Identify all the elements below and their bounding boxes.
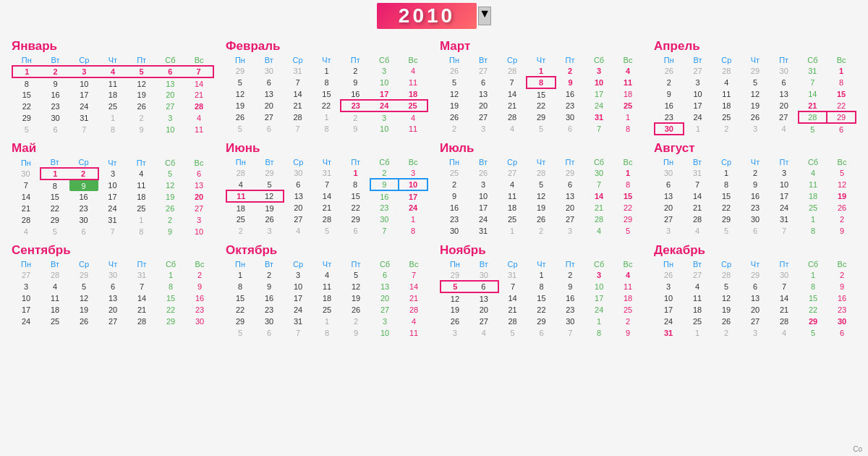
month-september: Сентябрь ПнВтСрЧтПтСбВс 27 28 29 30 31 1…	[6, 240, 220, 342]
month-november: Ноябрь ПнВтСрЧтПтСбВс 29 30 31 1 2 3 4 5…	[434, 240, 648, 342]
jan-24: 24	[69, 101, 98, 112]
calendar-grid: Январь Пн Вт Ср Чт Пт Сб Вс 1 2 3 4 5 6 …	[0, 33, 868, 345]
month-name-december: Декабрь	[654, 243, 856, 258]
footer-note: Co	[853, 445, 862, 453]
jan-25: 25	[98, 101, 127, 112]
jan-f11: 11	[184, 124, 213, 135]
month-name-may: Май	[12, 141, 214, 156]
month-august: Август ПнВтСрЧтПтСбВс 30 31 1 2 3 4 5 6 …	[648, 138, 862, 240]
jan-9: 9	[41, 77, 70, 89]
year-display: 2010	[377, 3, 477, 29]
jan-1: 1	[12, 66, 41, 77]
jan-8: 8	[12, 77, 41, 89]
month-february: Февраль ПнВтСрЧтПтСбВс 29 30 31 1 2 3 4 …	[220, 36, 434, 138]
jan-f3: 3	[156, 112, 185, 124]
jan-14: 14	[184, 77, 213, 89]
jan-31: 31	[69, 112, 98, 124]
month-name-january: Январь	[12, 39, 214, 54]
jan-7: 7	[184, 66, 213, 77]
month-name-march: Март	[440, 39, 642, 54]
jan-22: 22	[12, 101, 41, 112]
year-dropdown[interactable]: ▼	[478, 7, 491, 25]
jan-15: 15	[12, 89, 41, 101]
jan-10: 10	[69, 77, 98, 89]
dow-pt: Пт	[127, 55, 156, 66]
month-april: Апрель ПнВтСрЧтПтСбВс 26 27 28 29 30 31 …	[648, 36, 862, 138]
month-march: Март ПнВтСрЧтПтСбВс 26 27 28 1 2 3 4 5 6…	[434, 36, 648, 138]
dow-sr: Ср	[69, 55, 98, 66]
jan-3: 3	[69, 66, 98, 77]
jan-23: 23	[41, 101, 70, 112]
jan-4: 4	[98, 66, 127, 77]
jan-f10: 10	[156, 124, 185, 135]
month-june: Июнь ПнВтСрЧтПтСбВс 28 29 30 31 1 2 3 4 …	[220, 138, 434, 240]
month-name-june: Июнь	[226, 141, 428, 156]
month-name-september: Сентябрь	[12, 243, 214, 258]
jan-f8: 8	[98, 124, 127, 135]
jan-f9: 9	[127, 124, 156, 135]
jan-27: 27	[156, 101, 185, 112]
month-january: Январь Пн Вт Ср Чт Пт Сб Вс 1 2 3 4 5 6 …	[6, 36, 220, 138]
month-october: Октябрь ПнВтСрЧтПтСбВс 1 2 3 4 5 6 7 8 9…	[220, 240, 434, 342]
jan-2: 2	[41, 66, 70, 77]
jan-29: 29	[12, 112, 41, 124]
jan-17: 17	[69, 89, 98, 101]
month-name-april: Апрель	[654, 39, 856, 54]
jan-f6: 6	[41, 124, 70, 135]
month-name-august: Август	[654, 141, 856, 156]
month-name-july: Июль	[440, 141, 642, 156]
jan-20: 20	[156, 89, 185, 101]
dow-pn: Пн	[12, 55, 41, 66]
month-name-november: Ноябрь	[440, 243, 642, 258]
jan-21: 21	[184, 89, 213, 101]
jan-f1: 1	[98, 112, 127, 124]
jan-18: 18	[98, 89, 127, 101]
jan-12: 12	[127, 77, 156, 89]
jan-28: 28	[184, 101, 213, 112]
jan-11: 11	[98, 77, 127, 89]
jan-30: 30	[41, 112, 70, 124]
jan-19: 19	[127, 89, 156, 101]
jan-f2: 2	[127, 112, 156, 124]
month-may: Май ПнВтСрЧтПтСбВс 30 1 2 3 4 5 6 7 8 9 …	[6, 138, 220, 240]
jan-13: 13	[156, 77, 185, 89]
jan-26: 26	[127, 101, 156, 112]
dow-vt: Вт	[41, 55, 70, 66]
header: 2010 ▼	[0, 0, 868, 33]
dow-vs: Вс	[184, 55, 213, 66]
jan-16: 16	[41, 89, 70, 101]
jan-f4: 4	[184, 112, 213, 124]
jan-6: 6	[156, 66, 185, 77]
month-december: Декабрь ПнВтСрЧтПтСбВс 26 27 28 29 30 1 …	[648, 240, 862, 342]
jan-f7: 7	[69, 124, 98, 135]
dow-sb: Сб	[156, 55, 185, 66]
jan-f5: 5	[12, 124, 41, 135]
month-name-october: Октябрь	[226, 243, 428, 258]
month-name-february: Февраль	[226, 39, 428, 54]
month-july: Июль ПнВтСрЧтПтСбВс 25 26 27 28 29 30 1 …	[434, 138, 648, 240]
dow-cht: Чт	[98, 55, 127, 66]
jan-5: 5	[127, 66, 156, 77]
